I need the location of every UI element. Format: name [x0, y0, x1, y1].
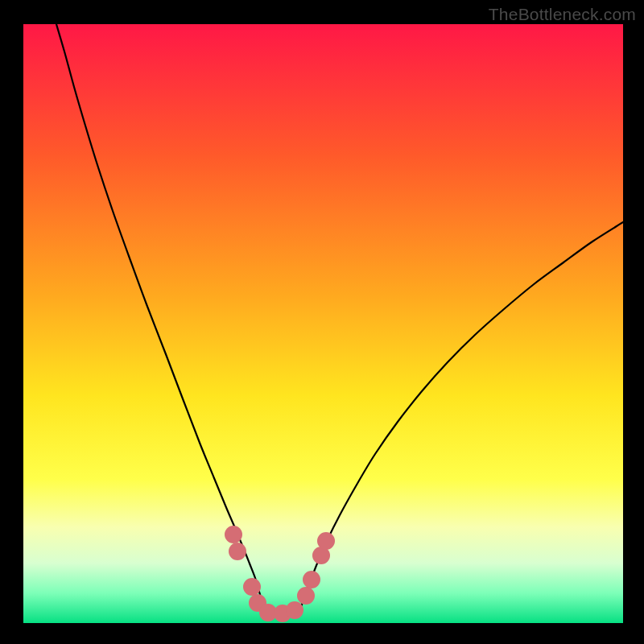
data-dot: [297, 587, 315, 605]
data-dot: [229, 543, 246, 560]
data-dot: [317, 532, 335, 550]
data-dot: [286, 601, 303, 619]
data-dot: [225, 526, 242, 543]
data-dot: [303, 571, 320, 588]
data-dot: [243, 578, 261, 596]
chart-svg: [0, 0, 644, 644]
watermark-text: TheBottleneck.com: [489, 5, 636, 24]
chart-stage: TheBottleneck.com: [0, 0, 644, 644]
